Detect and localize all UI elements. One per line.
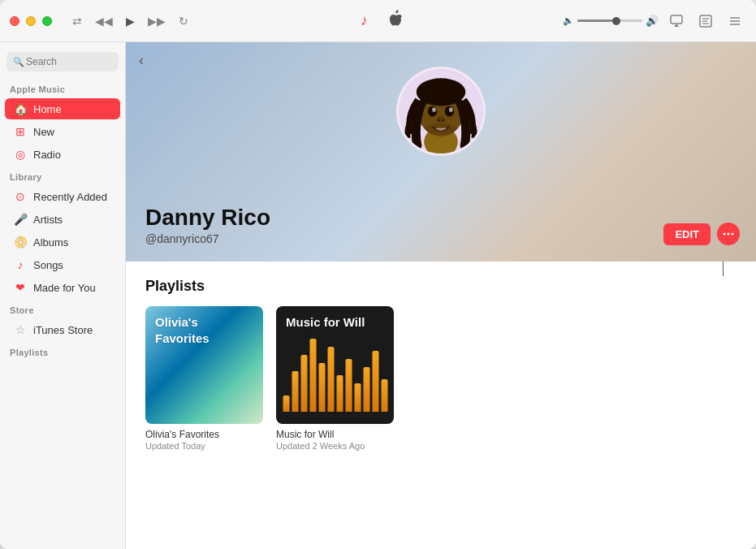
sidebar-item-itunes-store[interactable]: ☆ iTunes Store [5,319,120,340]
play-button[interactable]: ▶ [122,11,139,31]
recently-added-icon: ⊙ [13,190,28,203]
volume-control[interactable]: 🔈 🔊 [563,15,659,27]
bar-11 [372,351,378,412]
traffic-lights [10,16,52,26]
apple-logo-icon [389,10,404,32]
profile-actions: EDIT [663,223,740,245]
sidebar-label-albums: Albums [33,236,68,249]
svg-point-13 [445,106,454,116]
playlist-card-olivias-favorites[interactable]: Olivia'sFavorites Olivia's Favorites Upd… [145,306,263,451]
playlist-artwork-music-for-will: Music for Will [276,306,394,424]
bar-6 [327,347,334,412]
maximize-button[interactable] [42,16,52,26]
svg-rect-0 [671,15,682,24]
sidebar-item-made-for-you[interactable]: ❤ Made for You [5,277,120,298]
sidebar-label-recently-added: Recently Added [33,191,107,203]
bar-4 [309,339,316,412]
edit-button[interactable]: EDIT [663,223,711,245]
svg-point-21 [728,233,730,236]
playlist-name-will: Music for Will [276,429,394,440]
bar-7 [336,375,343,412]
toolbar-right: 🔈 🔊 [563,11,746,32]
waveform-bars [283,347,387,412]
sidebar-label-radio: Radio [33,149,61,161]
svg-point-14 [432,107,436,112]
playlist-name-olivias: Olivia's Favorites [145,429,263,440]
profile-header: Danny Rico @dannyrico67 EDIT [126,42,756,262]
previous-button[interactable]: ◀◀ [91,11,117,31]
volume-high-icon: 🔊 [646,15,659,27]
svg-point-12 [428,106,437,116]
profile-name: Danny Rico [145,205,737,231]
svg-point-17 [437,119,440,122]
bar-5 [318,363,325,412]
toolbar-center: ♪ [353,10,404,32]
svg-point-19 [426,123,456,135]
albums-icon: 📀 [13,236,28,249]
repeat-button[interactable]: ↻ [175,11,192,31]
playlist-artwork-olivias-favorites: Olivia'sFavorites [145,306,263,424]
svg-point-20 [724,233,726,236]
profile-info: Danny Rico @dannyrico67 [145,205,737,245]
bar-12 [381,379,387,412]
lyrics-button[interactable] [694,11,717,32]
svg-point-22 [732,233,734,236]
itunes-store-icon: ☆ [13,323,28,336]
sidebar-item-recently-added[interactable]: ⊙ Recently Added [5,186,120,207]
sidebar: 🔍 Apple Music 🏠 Home ⊞ New ◎ Radio Libra… [0,42,126,549]
apple-music-section-title: Apple Music [0,78,125,97]
back-button[interactable]: ‹ [132,49,150,72]
sidebar-item-artists[interactable]: 🎤 Artists [5,209,120,230]
sidebar-item-radio[interactable]: ◎ Radio [5,144,120,165]
main-content: ‹ Choose who you share music with (inclu… [126,42,756,549]
toolbar-controls: ⇄ ◀◀ ▶ ▶▶ ↻ [68,11,563,31]
bar-2 [292,371,298,412]
playlists-section-title-main: Playlists [145,278,737,295]
library-section-title: Library [0,166,125,185]
close-button[interactable] [10,16,19,26]
next-button[interactable]: ▶▶ [144,11,170,31]
playlists-section: Playlists Olivia'sFavorites Olivia's Fav… [126,262,756,467]
home-icon: 🏠 [13,102,28,115]
store-section-title: Store [0,299,125,318]
svg-point-18 [442,119,445,122]
shuffle-button[interactable]: ⇄ [68,11,86,31]
playlists-section-title: Playlists [0,341,125,361]
made-for-you-icon: ❤ [13,281,28,294]
playlist-subtitle-olivias: Updated Today [145,441,263,451]
sidebar-label-itunes-store: iTunes Store [33,324,93,336]
more-options-button[interactable] [717,223,740,245]
svg-point-15 [449,107,453,112]
sidebar-item-home[interactable]: 🏠 Home [5,98,120,119]
search-wrapper: 🔍 [6,52,119,71]
playlists-grid: Olivia'sFavorites Olivia's Favorites Upd… [145,306,737,451]
sidebar-label-songs: Songs [33,259,63,271]
queue-button[interactable] [724,11,746,32]
sidebar-item-new[interactable]: ⊞ New [5,121,120,142]
sidebar-item-albums[interactable]: 📀 Albums [5,231,120,253]
app-window: ⇄ ◀◀ ▶ ▶▶ ↻ ♪ 🔈 🔊 [0,0,756,549]
bar-8 [345,359,352,412]
search-input[interactable] [6,52,119,71]
bar-3 [300,355,307,412]
playlist-card-music-for-will[interactable]: Music for Will [276,306,394,451]
sidebar-item-songs[interactable]: ♪ Songs [5,254,120,275]
playlist-title-overlay-will: Music for Will [286,314,365,331]
artists-icon: 🎤 [13,213,28,226]
music-will-artwork: Music for Will [276,306,394,424]
titlebar: ⇄ ◀◀ ▶ ▶▶ ↻ ♪ 🔈 🔊 [0,0,756,42]
minimize-button[interactable] [26,16,36,26]
airplay-button[interactable] [665,11,688,32]
new-icon: ⊞ [13,125,28,138]
profile-handle: @dannyrico67 [145,232,737,245]
playlist-subtitle-will: Updated 2 Weeks Ago [276,441,394,451]
avatar [396,67,486,156]
playlist-title-overlay-olivias: Olivia'sFavorites [155,314,210,346]
app-body: 🔍 Apple Music 🏠 Home ⊞ New ◎ Radio Libra… [0,42,756,549]
bar-10 [363,367,369,412]
sidebar-label-made-for-you: Made for You [33,282,96,294]
bar-1 [283,396,289,412]
sidebar-label-artists: Artists [33,214,63,226]
music-note-icon: ♪ [353,10,376,32]
radio-icon: ◎ [13,148,28,161]
